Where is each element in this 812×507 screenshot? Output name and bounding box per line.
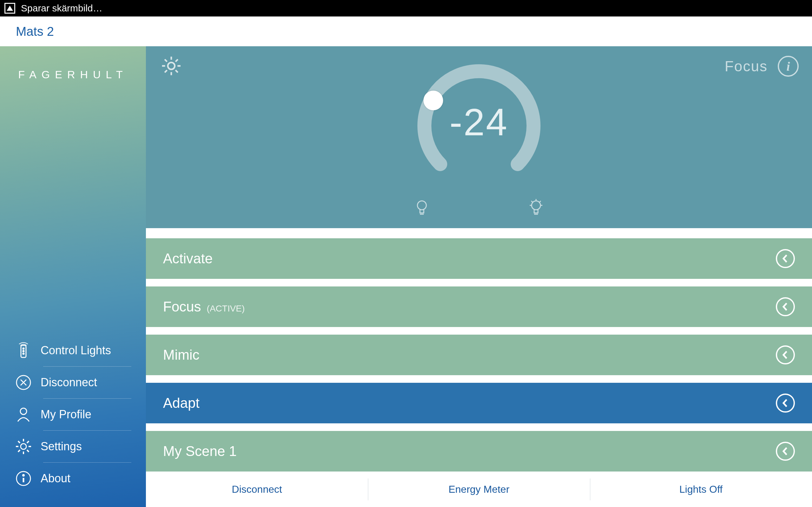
sidebar-item-settings[interactable]: Settings bbox=[0, 431, 146, 462]
sidebar-item-disconnect[interactable]: Disconnect bbox=[0, 367, 146, 398]
svg-point-1 bbox=[23, 348, 24, 349]
close-circle-icon bbox=[14, 374, 32, 391]
info-button[interactable]: i bbox=[778, 56, 799, 77]
brand-logo: FAGERHULT bbox=[0, 46, 146, 81]
svg-point-5 bbox=[20, 408, 27, 414]
dial-knob[interactable] bbox=[423, 91, 443, 110]
scene-label: Mimic bbox=[163, 347, 200, 363]
sidebar-nav: Control Lights Disconnect My Profile bbox=[0, 335, 146, 507]
scene-active-tag: (ACTIVE) bbox=[207, 303, 245, 314]
profile-icon bbox=[14, 406, 32, 424]
action-energy-meter[interactable]: Energy Meter bbox=[368, 473, 590, 506]
action-lights-off[interactable]: Lights Off bbox=[590, 473, 812, 506]
chevron-left-icon[interactable] bbox=[776, 345, 795, 364]
bulb-dim-icon bbox=[414, 199, 430, 219]
sidebar-item-label: Disconnect bbox=[41, 376, 97, 389]
action-label: Lights Off bbox=[679, 484, 722, 495]
dial-panel: Focus i -24 bbox=[146, 46, 812, 228]
svg-point-10 bbox=[417, 201, 426, 210]
main-panel: Focus i -24 ActivateFocus(ACTIVE)MimicAd… bbox=[146, 46, 812, 507]
svg-point-2 bbox=[23, 350, 24, 352]
status-text: Sparar skärmbild… bbox=[21, 3, 102, 14]
sidebar-item-my-profile[interactable]: My Profile bbox=[0, 399, 146, 430]
gear-icon bbox=[14, 438, 32, 455]
chevron-left-icon[interactable] bbox=[776, 442, 795, 461]
sidebar-item-label: About bbox=[41, 472, 70, 485]
device-name-label[interactable]: Mats 2 bbox=[16, 24, 54, 39]
action-label: Energy Meter bbox=[449, 484, 509, 495]
scene-label: Activate bbox=[163, 250, 213, 267]
action-label: Disconnect bbox=[232, 484, 282, 495]
device-header: Mats 2 bbox=[0, 16, 812, 46]
svg-point-6 bbox=[20, 444, 26, 449]
dial-value: -24 bbox=[450, 100, 508, 144]
svg-point-9 bbox=[168, 62, 175, 69]
chevron-left-icon[interactable] bbox=[776, 394, 795, 412]
chevron-left-icon[interactable] bbox=[776, 249, 795, 268]
sidebar-item-label: Settings bbox=[41, 440, 82, 453]
sidebar: FAGERHULT Control Lights Disconnect bbox=[0, 46, 146, 507]
screenshot-icon bbox=[4, 3, 15, 14]
info-icon bbox=[14, 469, 32, 487]
android-status-bar: Sparar skärmbild… bbox=[0, 0, 812, 16]
action-disconnect[interactable]: Disconnect bbox=[146, 473, 368, 506]
scene-row-activate[interactable]: Activate bbox=[146, 238, 812, 279]
bottom-action-bar: Disconnect Energy Meter Lights Off bbox=[146, 471, 812, 507]
sidebar-item-label: My Profile bbox=[41, 408, 91, 421]
active-scene-label: Focus bbox=[725, 58, 768, 75]
scene-settings-button[interactable] bbox=[160, 55, 182, 78]
svg-point-11 bbox=[531, 201, 541, 210]
scene-row-mimic[interactable]: Mimic bbox=[146, 335, 812, 375]
scene-label: Focus bbox=[163, 299, 201, 315]
scene-row-my-scene-1[interactable]: My Scene 1 bbox=[146, 431, 812, 471]
sidebar-item-label: Control Lights bbox=[41, 344, 111, 357]
bulb-bright-icon bbox=[528, 199, 544, 219]
remote-icon bbox=[14, 342, 32, 359]
sidebar-item-control-lights[interactable]: Control Lights bbox=[0, 335, 146, 366]
scene-label: My Scene 1 bbox=[163, 443, 237, 459]
scene-label: Adapt bbox=[163, 395, 200, 411]
svg-point-8 bbox=[23, 475, 24, 476]
scene-row-focus[interactable]: Focus(ACTIVE) bbox=[146, 286, 812, 327]
scene-row-adapt[interactable]: Adapt bbox=[146, 383, 812, 424]
sidebar-item-about[interactable]: About bbox=[0, 463, 146, 494]
chevron-left-icon[interactable] bbox=[776, 297, 795, 316]
svg-point-3 bbox=[23, 353, 24, 354]
